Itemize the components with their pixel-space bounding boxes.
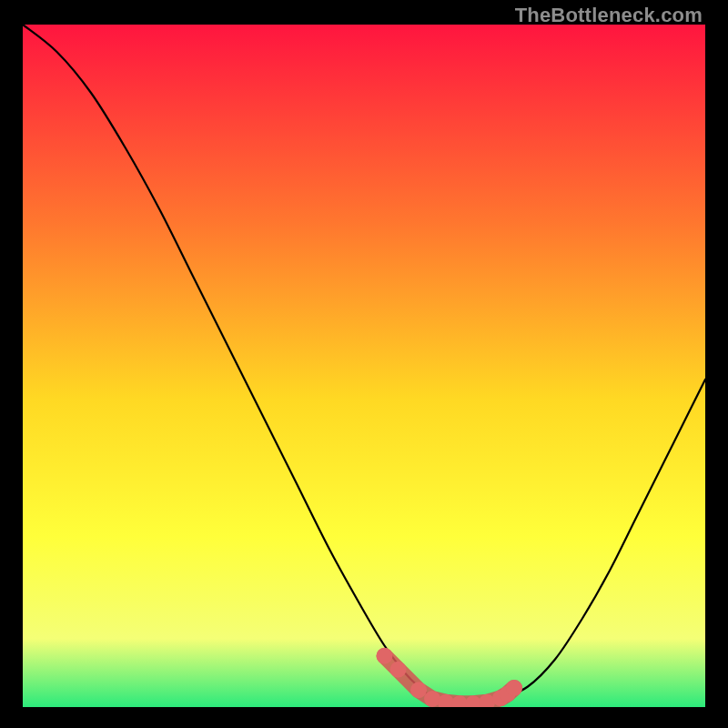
highlight-dot <box>424 691 440 707</box>
plot-area <box>23 25 705 707</box>
gradient-background <box>23 25 705 707</box>
highlight-dot <box>377 648 393 664</box>
highlight-dot <box>410 682 427 698</box>
bottleneck-chart <box>23 25 705 707</box>
highlight-dot <box>390 662 407 678</box>
highlight-dot <box>506 680 522 696</box>
chart-container: TheBottleneck.com <box>0 0 728 728</box>
